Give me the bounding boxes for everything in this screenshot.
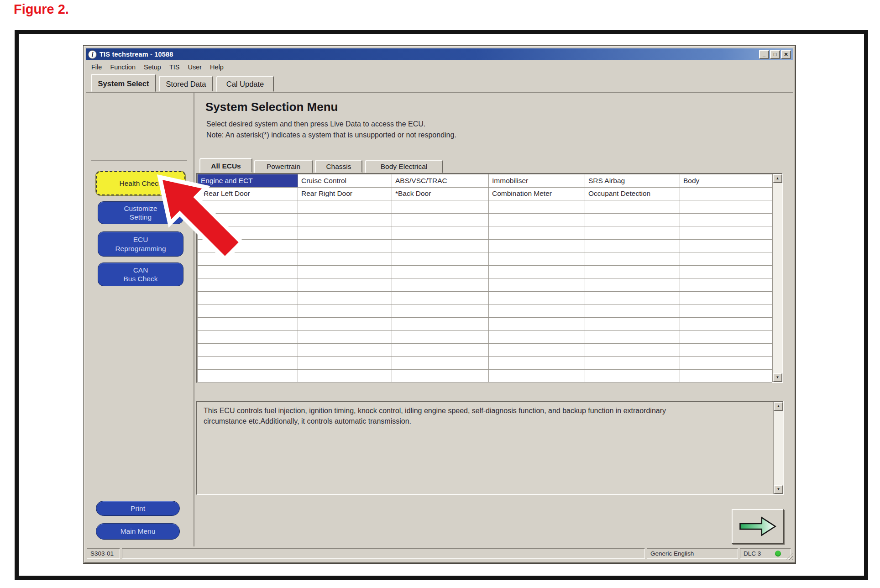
ecu-cell[interactable]: Occupant Detection [585, 187, 680, 200]
ecu-cell-empty[interactable] [198, 213, 298, 226]
ecu-cell-empty[interactable] [392, 226, 489, 240]
ecu-cell-empty[interactable] [585, 278, 680, 292]
ecu-cell-empty[interactable] [489, 226, 585, 240]
tab-stored-data[interactable]: Stored Data [159, 76, 213, 92]
ecu-cell[interactable]: Body [680, 174, 772, 188]
ecu-cell-empty[interactable] [392, 213, 489, 226]
ecu-cell-empty[interactable] [392, 357, 489, 370]
ecu-cell-empty[interactable] [298, 226, 392, 240]
subtab-chassis[interactable]: Chassis [315, 160, 362, 173]
menu-item-setup[interactable]: Setup [140, 63, 165, 71]
scroll-up-icon[interactable]: ▲ [773, 174, 782, 183]
ecu-cell-empty[interactable] [680, 291, 772, 304]
ecu-cell-empty[interactable] [585, 200, 680, 214]
ecu-cell-empty[interactable] [489, 265, 585, 278]
ecu-cell-empty[interactable] [198, 357, 298, 370]
ecu-cell-empty[interactable] [585, 357, 680, 370]
menu-item-tis[interactable]: TIS [165, 63, 184, 71]
ecu-cell-empty[interactable] [489, 369, 585, 383]
ecu-cell-empty[interactable] [198, 317, 298, 331]
ecu-cell-empty[interactable] [198, 304, 298, 318]
ecu-cell-empty[interactable] [298, 331, 392, 344]
ecu-cell-empty[interactable] [198, 226, 298, 240]
description-scrollbar[interactable]: ▲ ▼ [773, 402, 783, 494]
print-button[interactable]: Print [96, 501, 180, 516]
ecu-cell-empty[interactable] [298, 200, 392, 214]
main-menu-button[interactable]: Main Menu [96, 523, 180, 540]
ecu-cell[interactable]: Rear Right Door [298, 187, 392, 200]
ecu-cell-empty[interactable] [585, 304, 680, 318]
ecu-cell-empty[interactable] [585, 331, 680, 344]
ecu-cell-empty[interactable] [489, 317, 585, 331]
table-scrollbar[interactable]: ▲ ▼ [772, 174, 782, 382]
ecu-cell-empty[interactable] [392, 200, 489, 214]
ecu-cell-empty[interactable] [298, 265, 392, 278]
scroll-down-icon[interactable]: ▼ [773, 373, 782, 382]
ecu-cell-empty[interactable] [680, 239, 772, 252]
ecu-cell-empty[interactable] [680, 317, 772, 331]
scroll-down-icon[interactable]: ▼ [774, 485, 783, 494]
ecu-cell-empty[interactable] [298, 213, 392, 226]
ecu-cell-empty[interactable] [392, 343, 489, 357]
subtab-powertrain[interactable]: Powertrain [254, 160, 313, 173]
menu-item-user[interactable]: User [183, 63, 206, 71]
ecu-cell-empty[interactable] [680, 343, 772, 357]
ecu-cell-empty[interactable] [298, 317, 392, 331]
ecu-cell-empty[interactable] [198, 369, 298, 383]
ecu-cell-empty[interactable] [680, 213, 772, 226]
menu-item-help[interactable]: Help [206, 63, 228, 71]
ecu-cell-empty[interactable] [585, 226, 680, 240]
ecu-cell[interactable]: Immobiliser [489, 174, 585, 188]
ecu-cell-empty[interactable] [198, 252, 298, 266]
ecu-cell[interactable]: Engine and ECT [198, 174, 298, 188]
ecu-cell-empty[interactable] [198, 239, 298, 252]
ecu-cell-empty[interactable] [392, 291, 489, 304]
ecu-cell-empty[interactable] [489, 278, 585, 292]
customize-setting-button[interactable]: Customize Setting [98, 201, 183, 224]
ecu-cell-empty[interactable] [392, 278, 489, 292]
ecu-cell-empty[interactable] [198, 331, 298, 344]
ecu-cell-empty[interactable] [198, 343, 298, 357]
ecu-cell-empty[interactable] [298, 278, 392, 292]
ecu-cell-empty[interactable] [298, 291, 392, 304]
ecu-cell-empty[interactable] [489, 291, 585, 304]
scroll-up-icon[interactable]: ▲ [774, 402, 783, 411]
ecu-cell-empty[interactable] [198, 200, 298, 214]
ecu-cell-empty[interactable] [298, 343, 392, 357]
minimize-button[interactable]: _ [759, 50, 769, 59]
tab-system-select[interactable]: System Select [91, 74, 156, 92]
ecu-cell-empty[interactable] [298, 369, 392, 383]
tab-cal-update[interactable]: Cal Update [216, 76, 274, 92]
ecu-cell[interactable]: ABS/VSC/TRAC [392, 174, 489, 188]
ecu-cell-empty[interactable] [392, 369, 489, 383]
ecu-cell-empty[interactable] [298, 252, 392, 266]
ecu-cell-empty[interactable] [298, 304, 392, 318]
ecu-cell-empty[interactable] [680, 357, 772, 370]
ecu-cell-empty[interactable] [198, 278, 298, 292]
ecu-cell[interactable]: SRS Airbag [585, 174, 680, 188]
ecu-cell-empty[interactable] [680, 226, 772, 240]
ecu-cell-empty[interactable] [489, 239, 585, 252]
ecu-cell-empty[interactable] [392, 265, 489, 278]
ecu-cell-empty[interactable] [392, 304, 489, 318]
ecu-cell-empty[interactable] [489, 252, 585, 266]
maximize-button[interactable]: □ [770, 50, 780, 59]
ecu-cell-empty[interactable] [585, 369, 680, 383]
ecu-cell[interactable]: *Rear Left Door [198, 187, 298, 200]
ecu-cell[interactable]: Combination Meter [489, 187, 585, 200]
ecu-cell-empty[interactable] [489, 343, 585, 357]
ecu-cell-empty[interactable] [392, 239, 489, 252]
ecu-cell-empty[interactable] [392, 331, 489, 344]
ecu-cell-empty[interactable] [585, 317, 680, 331]
ecu-cell-empty[interactable] [585, 239, 680, 252]
ecu-cell-empty[interactable] [198, 291, 298, 304]
ecu-cell-empty[interactable] [298, 357, 392, 370]
ecu-cell-empty[interactable] [392, 252, 489, 266]
ecu-cell-empty[interactable] [680, 252, 772, 266]
ecu-cell-empty[interactable] [489, 331, 585, 344]
ecu-cell-empty[interactable] [298, 239, 392, 252]
ecu-cell-empty[interactable] [680, 331, 772, 344]
can-bus-check-button[interactable]: CAN Bus Check [98, 262, 183, 286]
ecu-cell-empty[interactable] [198, 265, 298, 278]
ecu-cell-empty[interactable] [680, 200, 772, 214]
